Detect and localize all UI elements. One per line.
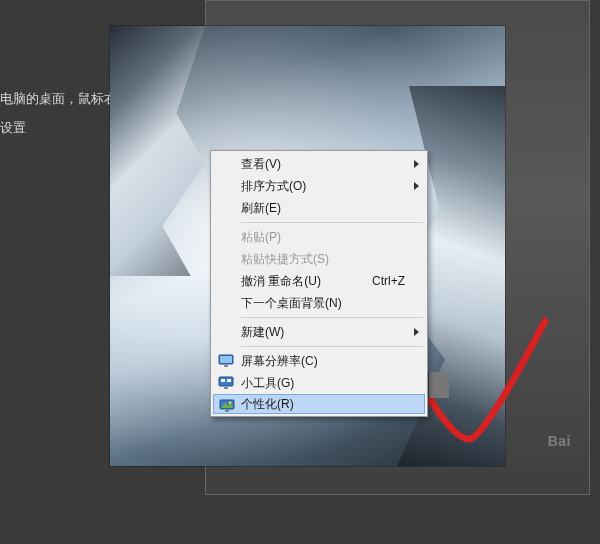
- svg-rect-2: [224, 365, 228, 367]
- menu-label: 个性化(R): [241, 396, 405, 413]
- svg-rect-6: [224, 387, 228, 389]
- desktop-context-menu: 查看(V) 排序方式(O) 刷新(E) 粘贴(P) 粘贴快捷方式(S) 撤消 重…: [210, 150, 428, 417]
- article-line: 电脑的桌面，鼠标右: [0, 85, 117, 114]
- menu-item-undo[interactable]: 撤消 重命名(U) Ctrl+Z: [213, 270, 425, 292]
- menu-item-new[interactable]: 新建(W): [213, 321, 425, 343]
- menu-separator: [241, 222, 423, 223]
- menu-item-refresh[interactable]: 刷新(E): [213, 197, 425, 219]
- menu-label: 粘贴(P): [241, 229, 405, 246]
- menu-separator: [241, 346, 423, 347]
- menu-item-resolution[interactable]: 屏幕分辨率(C): [213, 350, 425, 372]
- menu-item-next-background[interactable]: 下一个桌面背景(N): [213, 292, 425, 314]
- article-text: 电脑的桌面，鼠标右 设置: [0, 85, 117, 142]
- submenu-arrow-icon: [414, 160, 419, 168]
- submenu-arrow-icon: [414, 328, 419, 336]
- watermark-text: Bai: [548, 433, 571, 449]
- menu-item-sort[interactable]: 排序方式(O): [213, 175, 425, 197]
- menu-item-paste-shortcut: 粘贴快捷方式(S): [213, 248, 425, 270]
- gadgets-icon: [218, 375, 234, 391]
- menu-item-gadgets[interactable]: 小工具(G): [213, 372, 425, 394]
- svg-rect-5: [227, 379, 231, 382]
- menu-item-paste: 粘贴(P): [213, 226, 425, 248]
- article-line: 设置: [0, 114, 117, 143]
- menu-label: 粘贴快捷方式(S): [241, 251, 405, 268]
- menu-label: 撤消 重命名(U): [241, 273, 372, 290]
- menu-separator: [241, 317, 423, 318]
- menu-label: 小工具(G): [241, 375, 405, 392]
- monitor-icon: [218, 353, 234, 369]
- menu-label: 新建(W): [241, 324, 405, 341]
- menu-label: 刷新(E): [241, 200, 405, 217]
- menu-label: 排序方式(O): [241, 178, 405, 195]
- menu-label: 屏幕分辨率(C): [241, 353, 405, 370]
- menu-label: 下一个桌面背景(N): [241, 295, 405, 312]
- menu-label: 查看(V): [241, 156, 405, 173]
- personalize-icon: [219, 398, 235, 414]
- mountain-decor-left: [110, 26, 205, 276]
- svg-rect-1: [220, 356, 232, 363]
- menu-item-view[interactable]: 查看(V): [213, 153, 425, 175]
- svg-rect-9: [225, 410, 229, 412]
- svg-rect-4: [221, 379, 225, 382]
- menu-item-personalize[interactable]: 个性化(R): [213, 394, 425, 414]
- svg-point-8: [229, 401, 232, 404]
- submenu-arrow-icon: [414, 182, 419, 190]
- menu-shortcut: Ctrl+Z: [372, 274, 405, 288]
